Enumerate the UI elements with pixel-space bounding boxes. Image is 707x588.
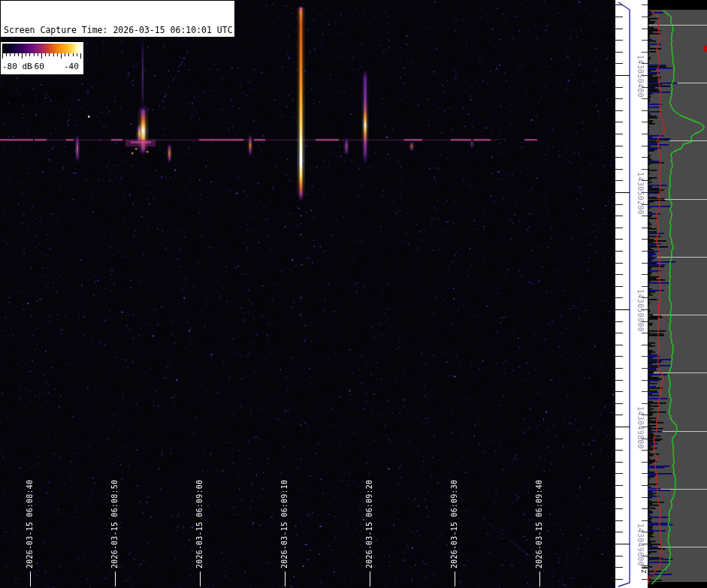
frequency-minor-tick-right: [642, 216, 648, 216]
legend-tick-mark: [29, 53, 30, 56]
capture-info-box: Screen Capture Time: 2026-03-15 06:10:01…: [0, 0, 235, 38]
frequency-minor-tick-right: [642, 52, 648, 53]
frequency-minor-tick-right: [642, 122, 648, 122]
frequency-minor-tick: [615, 263, 623, 264]
frequency-minor-tick: [615, 321, 623, 322]
time-tick-mark: [539, 571, 540, 586]
frequency-minor-tick: [615, 40, 623, 41]
frequency-minor-tick-right: [642, 110, 648, 111]
frequency-major-tick: [615, 309, 630, 310]
frequency-tick-label: 143050400: [636, 55, 645, 98]
frequency-minor-tick: [615, 297, 623, 298]
frequency-minor-tick: [615, 473, 623, 474]
frequency-minor-tick-right: [642, 274, 648, 275]
frequency-minor-tick: [615, 508, 623, 509]
legend-tick-mark: [57, 53, 58, 56]
time-tick-label: 2026-03-15 06:09:00: [195, 480, 204, 568]
frequency-minor-tick: [615, 567, 623, 568]
legend-tick-mark: [80, 53, 81, 59]
spectrum-capture-window: Screen Capture Time: 2026-03-15 06:10:01…: [0, 0, 707, 588]
frequency-axis: 1430504001430502001430500001430498001430…: [615, 0, 648, 588]
frequency-major-tick: [615, 427, 630, 427]
frequency-minor-tick-right: [642, 520, 648, 521]
frequency-minor-tick-right: [642, 333, 648, 333]
frequency-minor-tick: [615, 98, 623, 99]
frequency-minor-tick: [615, 146, 623, 146]
frequency-minor-tick-right: [642, 157, 648, 158]
frequency-minor-tick-right: [642, 146, 648, 146]
spectrum-graph-canvas: [648, 0, 707, 588]
frequency-minor-tick-right: [642, 450, 648, 451]
frequency-minor-tick: [615, 63, 623, 64]
legend-tick-mark: [14, 53, 15, 56]
time-tick-mark: [370, 571, 370, 586]
frequency-minor-tick: [615, 403, 623, 404]
frequency-minor-tick-right: [642, 391, 648, 392]
db-label-max: -40: [64, 62, 79, 71]
legend-tick-mark: [34, 53, 35, 56]
time-tick-mark: [285, 571, 286, 586]
frequency-minor-tick-right: [642, 228, 648, 228]
frequency-minor-tick: [615, 497, 623, 498]
frequency-minor-tick: [615, 5, 623, 5]
time-tick-label: 2026-03-15 06:09:30: [450, 480, 458, 568]
frequency-minor-tick: [615, 169, 623, 170]
frequency-minor-tick: [615, 556, 623, 556]
frequency-minor-tick-right: [642, 251, 648, 252]
frequency-minor-tick: [615, 239, 623, 240]
legend-tick-mark: [2, 53, 3, 59]
frequency-minor-tick: [615, 251, 623, 252]
frequency-minor-tick: [615, 368, 623, 369]
spectrum-graph-panel: [648, 0, 707, 588]
frequency-minor-tick-right: [642, 485, 648, 486]
frequency-minor-tick: [615, 134, 623, 134]
time-tick-mark: [115, 571, 116, 586]
frequency-minor-tick: [615, 29, 623, 29]
legend-tick-mark: [41, 53, 42, 59]
frequency-minor-tick-right: [642, 29, 648, 29]
frequency-minor-tick: [615, 462, 623, 463]
frequency-major-tick: [615, 75, 630, 76]
peak-marker-dot: [704, 45, 707, 52]
legend-tick-mark: [53, 53, 54, 56]
frequency-minor-tick-right: [642, 380, 648, 381]
frequency-minor-tick: [615, 216, 623, 216]
legend-tick-mark: [73, 53, 74, 56]
db-label-mid: -60: [29, 62, 44, 71]
time-tick-label: 2026-03-15 06:09:20: [365, 480, 373, 568]
legend-tick-mark: [22, 53, 23, 59]
frequency-minor-tick: [615, 87, 623, 88]
legend-tick-mark: [38, 53, 38, 56]
frequency-minor-tick: [615, 228, 623, 228]
frequency-tick-label: 143049600: [636, 523, 645, 566]
color-scale-ticks: [2, 53, 82, 59]
frequency-minor-tick: [615, 274, 623, 275]
legend-tick-mark: [6, 53, 7, 56]
time-tick-label: 2026-03-15 06:08:40: [26, 480, 34, 568]
capture-time-text: Screen Capture Time: 2026-03-15 06:10:01…: [4, 25, 234, 36]
config-text: Config = V8: [4, 92, 234, 104]
frequency-minor-tick: [615, 110, 623, 111]
frequency-minor-tick-right: [642, 356, 648, 357]
frequency-minor-tick-right: [642, 497, 648, 498]
frequency-minor-tick-right: [642, 345, 648, 345]
time-tick-label: 2026-03-15 06:08:50: [110, 480, 119, 568]
frequency-minor-tick-right: [642, 403, 648, 404]
legend-tick-mark: [26, 53, 26, 56]
time-tick-label: 2026-03-15 06:09:10: [280, 480, 289, 568]
legend-tick-mark: [10, 53, 11, 56]
legend-tick-mark: [61, 53, 62, 59]
legend-tick-mark: [18, 53, 19, 56]
frequency-tick-label: 143050000: [636, 289, 645, 332]
frequency-minor-tick: [615, 204, 623, 205]
frequency-minor-tick: [615, 157, 623, 158]
frequency-minor-tick-right: [642, 169, 648, 170]
frequency-tick-label: 143049800: [636, 406, 645, 449]
time-tick-mark: [30, 571, 31, 586]
legend-tick-mark: [45, 53, 46, 56]
time-tick-label: 2026-03-15 06:09:40: [535, 480, 543, 568]
frequency-minor-tick-right: [642, 508, 648, 509]
legend-tick-mark: [68, 53, 69, 56]
frequency-minor-tick: [615, 415, 623, 415]
frequency-minor-tick: [615, 345, 623, 345]
